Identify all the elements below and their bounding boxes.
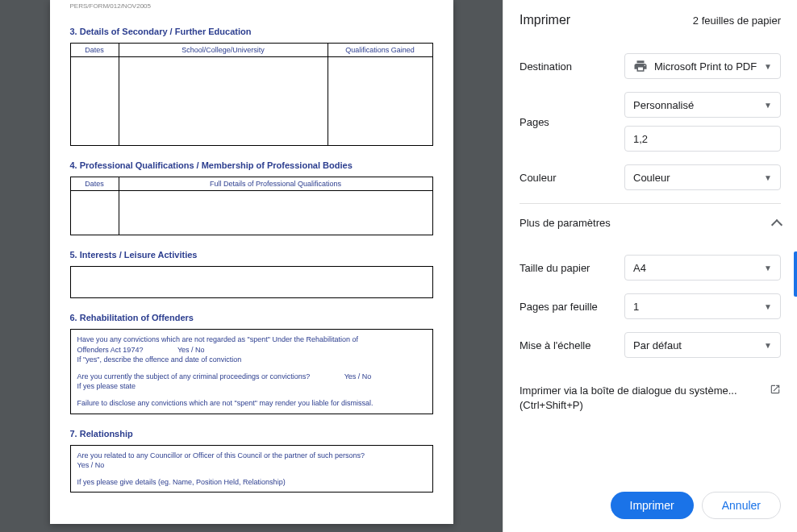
chevron-down-icon: ▼ bbox=[764, 62, 772, 71]
settings-body: Destination Microsoft Print to PDF ▼ Pag… bbox=[503, 40, 797, 479]
pages-per-sheet-label: Pages par feuille bbox=[520, 301, 624, 313]
quals-header-details: Full Details of Professional Qualificati… bbox=[119, 177, 432, 191]
education-table: Dates School/College/University Qualific… bbox=[70, 43, 433, 146]
pages-label: Pages bbox=[520, 116, 624, 128]
pages-per-sheet-row: Pages par feuille 1 ▼ bbox=[520, 293, 781, 319]
chevron-down-icon: ▼ bbox=[764, 341, 772, 350]
form-header-code: PERS/FORM/012/NOV2005 bbox=[70, 0, 433, 12]
color-label: Couleur bbox=[520, 172, 624, 184]
chevron-up-icon bbox=[771, 218, 782, 230]
color-row: Couleur Couleur ▼ bbox=[520, 164, 781, 190]
section3-title: 3. Details of Secondary / Further Educat… bbox=[70, 27, 433, 36]
interests-box bbox=[70, 266, 433, 298]
chevron-down-icon: ▼ bbox=[764, 302, 772, 311]
quals-header-dates: Dates bbox=[70, 177, 119, 191]
system-dialog-link[interactable]: Imprimer via la boîte de dialogue du sys… bbox=[520, 371, 781, 426]
destination-row: Destination Microsoft Print to PDF ▼ bbox=[520, 53, 781, 79]
print-dialog-title: Imprimer bbox=[520, 13, 570, 27]
section6-title: 6. Rehabilitation of Offenders bbox=[70, 313, 433, 322]
pages-custom-input[interactable] bbox=[624, 126, 781, 152]
education-header-dates: Dates bbox=[70, 44, 119, 57]
side-indicator bbox=[794, 251, 797, 297]
chevron-down-icon: ▼ bbox=[764, 173, 772, 182]
sheet-count: 2 feuilles de papier bbox=[693, 15, 781, 27]
scale-select[interactable]: Par défaut ▼ bbox=[624, 332, 781, 358]
printer-icon bbox=[633, 59, 648, 73]
table-row bbox=[70, 57, 432, 146]
print-settings-panel: Imprimer 2 feuilles de papier Destinatio… bbox=[503, 0, 797, 532]
print-button[interactable]: Imprimer bbox=[611, 492, 694, 519]
section4-title: 4. Professional Qualifications / Members… bbox=[70, 160, 433, 170]
offenders-box: Have you any convictions which are not r… bbox=[70, 329, 433, 414]
paper-size-select[interactable]: A4 ▼ bbox=[624, 255, 781, 281]
external-link-icon bbox=[770, 384, 781, 395]
document-page: PERS/FORM/012/NOV2005 3. Details of Seco… bbox=[50, 0, 453, 524]
destination-label: Destination bbox=[520, 60, 624, 73]
chevron-down-icon: ▼ bbox=[764, 101, 772, 110]
print-header: Imprimer 2 feuilles de papier bbox=[503, 0, 797, 40]
paper-size-row: Taille du papier A4 ▼ bbox=[520, 255, 781, 281]
paper-size-label: Taille du papier bbox=[520, 262, 624, 274]
scale-label: Mise à l'échelle bbox=[520, 339, 624, 351]
pages-row: Pages Personnalisé ▼ bbox=[520, 92, 781, 152]
color-select[interactable]: Couleur ▼ bbox=[624, 164, 781, 190]
section7-title: 7. Relationship bbox=[70, 429, 433, 438]
education-header-school: School/College/University bbox=[119, 44, 328, 57]
cancel-button[interactable]: Annuler bbox=[702, 492, 781, 519]
relationship-box: Are you related to any Councillor or Off… bbox=[70, 445, 433, 493]
button-row: Imprimer Annuler bbox=[503, 479, 797, 532]
qualifications-table: Dates Full Details of Professional Quali… bbox=[70, 177, 433, 235]
print-preview-pane[interactable]: PERS/FORM/012/NOV2005 3. Details of Seco… bbox=[0, 0, 503, 532]
more-settings-toggle[interactable]: Plus de paramètres bbox=[520, 203, 781, 242]
chevron-down-icon: ▼ bbox=[764, 264, 772, 272]
pages-select[interactable]: Personnalisé ▼ bbox=[624, 92, 781, 118]
table-row bbox=[70, 191, 432, 235]
education-header-quals: Qualifications Gained bbox=[328, 44, 432, 57]
pages-per-sheet-select[interactable]: 1 ▼ bbox=[624, 293, 781, 319]
scale-row: Mise à l'échelle Par défaut ▼ bbox=[520, 332, 781, 358]
destination-select[interactable]: Microsoft Print to PDF ▼ bbox=[624, 53, 781, 79]
section5-title: 5. Interests / Leisure Activities bbox=[70, 250, 433, 260]
